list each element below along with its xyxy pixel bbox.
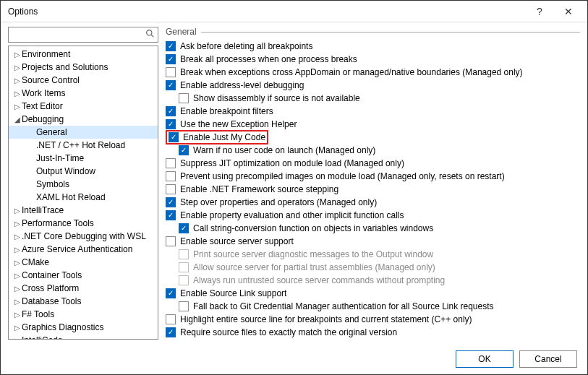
checkbox[interactable] — [166, 314, 176, 324]
checkbox[interactable] — [166, 184, 176, 194]
checkbox[interactable] — [179, 223, 189, 233]
chevron-right-icon[interactable]: ▷ — [13, 259, 22, 267]
option-row[interactable]: Break all processes when one process bre… — [166, 53, 576, 66]
chevron-right-icon[interactable]: ▷ — [13, 246, 22, 254]
tree-node[interactable]: ▷Performance Tools — [9, 217, 158, 230]
option-row[interactable]: Call string-conversion function on objec… — [166, 222, 576, 235]
tree-node[interactable]: ▷Cross Platform — [9, 282, 158, 295]
chevron-right-icon[interactable]: ▷ — [13, 90, 22, 98]
cancel-button[interactable]: Cancel — [519, 350, 577, 368]
close-button[interactable]: ✕ — [554, 1, 583, 22]
chevron-right-icon[interactable]: ▷ — [13, 220, 22, 228]
tree-node[interactable]: ▷.NET Core Debugging with WSL — [9, 230, 158, 243]
tree-node[interactable]: ▷Graphics Diagnostics — [9, 321, 158, 334]
chevron-right-icon[interactable]: ▷ — [13, 207, 22, 215]
option-row[interactable]: Break when exceptions cross AppDomain or… — [166, 66, 576, 79]
option-row[interactable]: Ask before deleting all breakpoints — [166, 40, 576, 53]
tree-node[interactable]: ◢Debugging — [9, 113, 158, 126]
chevron-right-icon[interactable]: ▷ — [13, 64, 22, 72]
checkbox[interactable] — [166, 41, 176, 51]
section-header: General — [166, 27, 580, 40]
chevron-right-icon[interactable]: ▷ — [13, 51, 22, 59]
checkbox[interactable] — [166, 210, 176, 220]
checkbox[interactable] — [166, 54, 176, 64]
option-row[interactable]: Warn if no user code on launch (Managed … — [166, 144, 576, 157]
option-row[interactable]: Step over properties and operators (Mana… — [166, 196, 576, 209]
option-row[interactable]: Enable address-level debugging — [166, 79, 576, 92]
checkbox[interactable] — [179, 93, 189, 103]
chevron-right-icon[interactable]: ▷ — [13, 285, 22, 293]
titlebar: Options ? ✕ — [1, 1, 587, 22]
tree-node[interactable]: XAML Hot Reload — [9, 191, 158, 204]
chevron-right-icon[interactable]: ▷ — [13, 337, 22, 340]
chevron-right-icon[interactable]: ▷ — [13, 298, 22, 306]
tree-node[interactable]: ▷Database Tools — [9, 295, 158, 308]
search-box[interactable] — [8, 27, 158, 43]
option-row[interactable]: Show disassembly if source is not availa… — [166, 92, 576, 105]
option-row[interactable]: Enable .NET Framework source stepping — [166, 183, 576, 196]
checkbox[interactable] — [166, 119, 176, 129]
highlighted-option: Enable Just My Code — [166, 130, 268, 145]
checkbox[interactable] — [179, 145, 189, 155]
checkbox[interactable] — [166, 171, 176, 181]
option-row[interactable]: Redirect all Output Window text to the I… — [166, 339, 576, 340]
chevron-down-icon[interactable]: ◢ — [13, 116, 22, 124]
tree-node[interactable]: ▷F# Tools — [9, 308, 158, 321]
tree-node[interactable]: ▷IntelliCode — [9, 334, 158, 340]
chevron-right-icon[interactable]: ▷ — [13, 324, 22, 332]
tree-node[interactable]: ▷Azure Service Authentication — [9, 243, 158, 256]
option-row[interactable]: Enable source server support — [166, 235, 576, 248]
tree-node[interactable]: ▷Text Editor — [9, 100, 158, 113]
option-row[interactable]: Suppress JIT optimization on module load… — [166, 157, 576, 170]
checkbox[interactable] — [166, 106, 176, 116]
checkbox[interactable] — [166, 288, 176, 298]
chevron-right-icon[interactable]: ▷ — [13, 77, 22, 85]
option-row[interactable]: Prevent using precompiled images on modu… — [166, 170, 576, 183]
options-list[interactable]: Ask before deleting all breakpointsBreak… — [166, 40, 580, 340]
option-row[interactable]: Enable breakpoint filters — [166, 105, 576, 118]
option-row[interactable]: Enable Just My Code — [166, 131, 576, 144]
tree-node-label: Symbols — [36, 179, 69, 189]
tree-node-label: Environment — [22, 49, 70, 59]
option-row[interactable]: Fall back to Git Credential Manager auth… — [166, 300, 576, 313]
chevron-right-icon[interactable]: ▷ — [13, 311, 22, 319]
tree-node[interactable]: Output Window — [9, 165, 158, 178]
tree-node[interactable]: ▷Source Control — [9, 74, 158, 87]
chevron-right-icon[interactable]: ▷ — [13, 103, 22, 111]
checkbox[interactable] — [166, 80, 176, 90]
tree-node-label: General — [36, 127, 67, 137]
chevron-right-icon[interactable]: ▷ — [13, 233, 22, 241]
svg-point-0 — [147, 30, 152, 35]
checkbox[interactable] — [166, 327, 176, 337]
checkbox[interactable] — [166, 197, 176, 207]
option-row[interactable]: Enable property evaluation and other imp… — [166, 209, 576, 222]
search-input[interactable] — [12, 28, 145, 41]
help-button[interactable]: ? — [525, 1, 554, 22]
tree-node[interactable]: .NET / C++ Hot Reload — [9, 139, 158, 152]
ok-button[interactable]: OK — [456, 350, 514, 368]
tree-node[interactable]: Symbols — [9, 178, 158, 191]
tree-node[interactable]: ▷Container Tools — [9, 269, 158, 282]
option-row[interactable]: Require source files to exactly match th… — [166, 326, 576, 339]
tree-node-label: Database Tools — [22, 296, 82, 306]
option-row[interactable]: Enable Source Link support — [166, 287, 576, 300]
tree-node[interactable]: ▷IntelliTrace — [9, 204, 158, 217]
checkbox[interactable] — [166, 236, 176, 246]
option-row[interactable]: Highlight entire source line for breakpo… — [166, 313, 576, 326]
checkbox[interactable] — [166, 67, 176, 77]
tree-node[interactable]: ▷Environment — [9, 48, 158, 61]
tree-node[interactable]: ▷CMake — [9, 256, 158, 269]
option-row[interactable]: Use the new Exception Helper — [166, 118, 576, 131]
category-tree[interactable]: ▷Environment▷Projects and Solutions▷Sour… — [8, 46, 158, 340]
tree-node[interactable]: ▷Work Items — [9, 87, 158, 100]
chevron-right-icon[interactable]: ▷ — [13, 272, 22, 280]
checkbox[interactable] — [179, 301, 189, 311]
tree-node-label: CMake — [22, 257, 49, 267]
left-panel: ▷Environment▷Projects and Solutions▷Sour… — [8, 27, 158, 340]
window-title: Options — [8, 7, 525, 17]
tree-node[interactable]: ▷Projects and Solutions — [9, 61, 158, 74]
checkbox[interactable] — [166, 158, 176, 168]
tree-node[interactable]: General — [9, 126, 158, 139]
checkbox[interactable] — [169, 132, 179, 142]
tree-node[interactable]: Just-In-Time — [9, 152, 158, 165]
